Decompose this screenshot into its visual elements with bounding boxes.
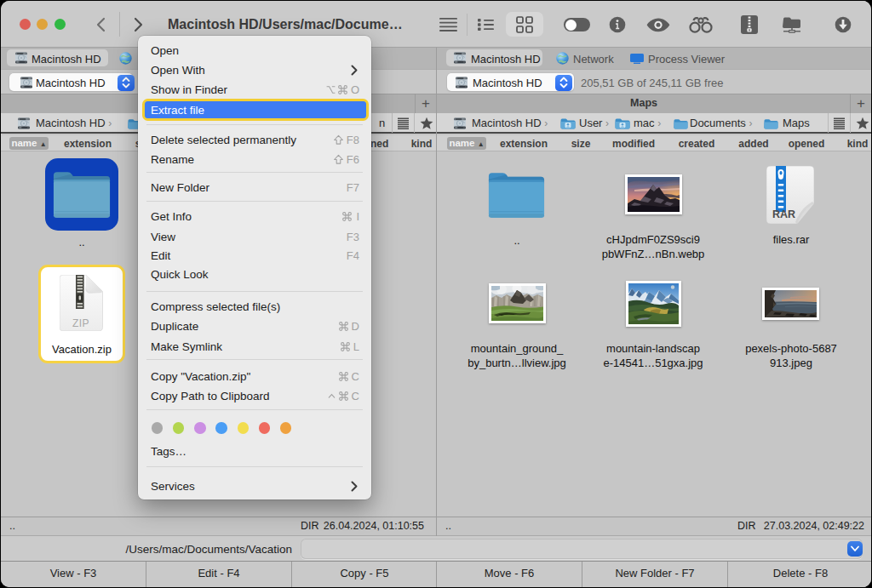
svg-text:ZIP: ZIP: [72, 317, 89, 329]
svg-text:RAR: RAR: [772, 208, 795, 220]
